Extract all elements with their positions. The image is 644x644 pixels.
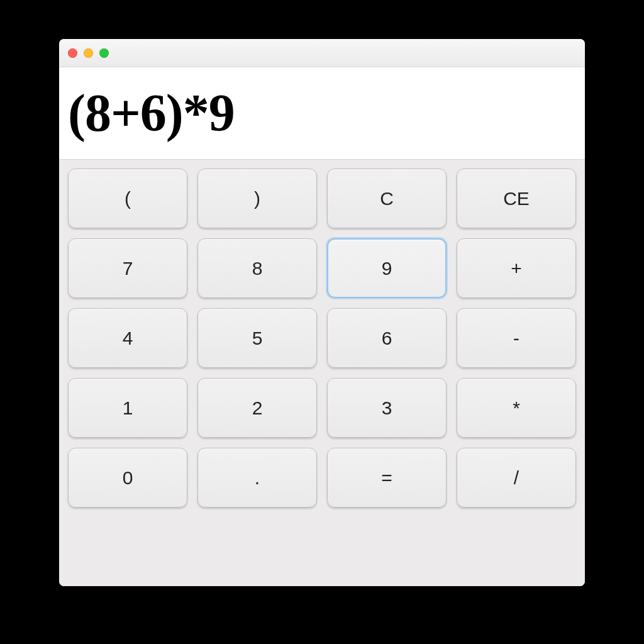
calculator-window: (8+6)*9 ( ) C CE 7 8 9 + 4 5 6 - 1 2 3 *…: [59, 39, 585, 586]
zoom-icon[interactable]: [99, 48, 109, 58]
key-clear[interactable]: C: [327, 169, 447, 228]
key-3[interactable]: 3: [327, 378, 447, 438]
key-equals[interactable]: =: [327, 448, 447, 508]
minimize-icon[interactable]: [84, 48, 93, 58]
key-clear-entry[interactable]: CE: [457, 169, 576, 228]
key-4[interactable]: 4: [68, 308, 187, 368]
key-plus[interactable]: +: [457, 238, 576, 298]
key-6[interactable]: 6: [327, 308, 447, 368]
display: (8+6)*9: [59, 67, 585, 160]
close-icon[interactable]: [68, 48, 77, 58]
key-8[interactable]: 8: [197, 238, 317, 298]
key-2[interactable]: 2: [197, 378, 317, 438]
titlebar: [59, 39, 585, 67]
key-1[interactable]: 1: [68, 378, 187, 438]
keypad: ( ) C CE 7 8 9 + 4 5 6 - 1 2 3 * 0 . = /: [59, 160, 585, 586]
key-close-paren[interactable]: ): [197, 169, 317, 228]
key-9[interactable]: 9: [327, 238, 447, 298]
key-decimal[interactable]: .: [197, 448, 317, 508]
key-minus[interactable]: -: [457, 308, 576, 368]
key-multiply[interactable]: *: [457, 378, 576, 438]
key-5[interactable]: 5: [197, 308, 317, 368]
key-7[interactable]: 7: [68, 238, 187, 298]
display-expression: (8+6)*9: [68, 87, 235, 140]
key-open-paren[interactable]: (: [68, 169, 187, 228]
key-0[interactable]: 0: [68, 448, 187, 508]
key-divide[interactable]: /: [457, 448, 576, 508]
